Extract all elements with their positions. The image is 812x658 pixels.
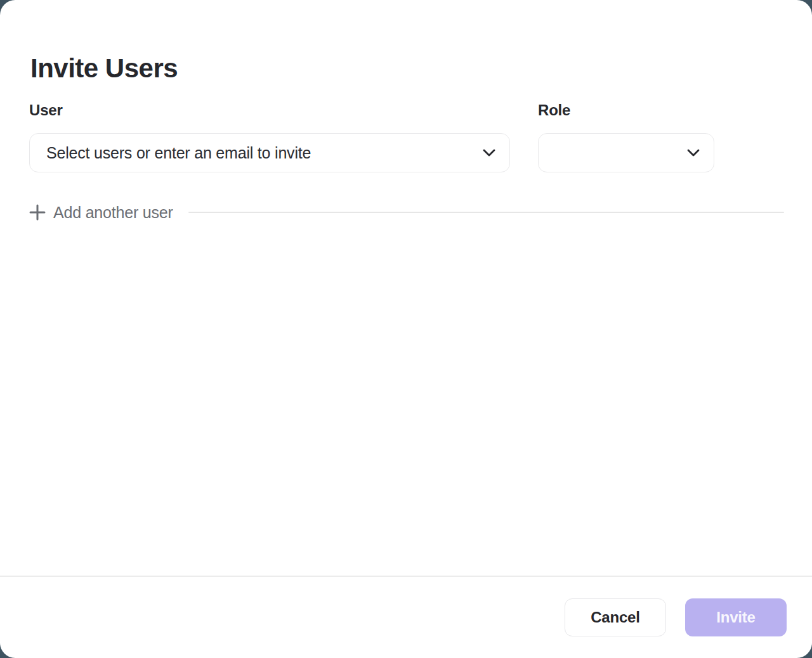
add-another-user-button[interactable]: Add another user (29, 203, 173, 222)
chevron-down-icon (687, 149, 700, 157)
user-select[interactable]: Select users or enter an email to invite (29, 133, 510, 172)
chevron-down-icon (483, 149, 495, 157)
role-field-group: Role (538, 101, 714, 172)
role-select[interactable] (538, 133, 714, 172)
user-field-group: User Select users or enter an email to i… (29, 101, 510, 172)
add-another-user-label: Add another user (53, 203, 173, 222)
section-divider-line (188, 212, 784, 213)
footer-divider (0, 576, 812, 577)
invite-button[interactable]: Invite (685, 598, 787, 636)
plus-icon (29, 204, 46, 221)
invite-users-dialog: Invite Users User Select users or enter … (0, 0, 812, 658)
cancel-button[interactable]: Cancel (565, 598, 666, 636)
add-another-user-row: Add another user (29, 204, 784, 221)
page-title: Invite Users (30, 53, 178, 84)
user-select-placeholder: Select users or enter an email to invite (46, 144, 311, 162)
user-field-label: User (29, 101, 510, 119)
role-field-label: Role (538, 101, 714, 119)
